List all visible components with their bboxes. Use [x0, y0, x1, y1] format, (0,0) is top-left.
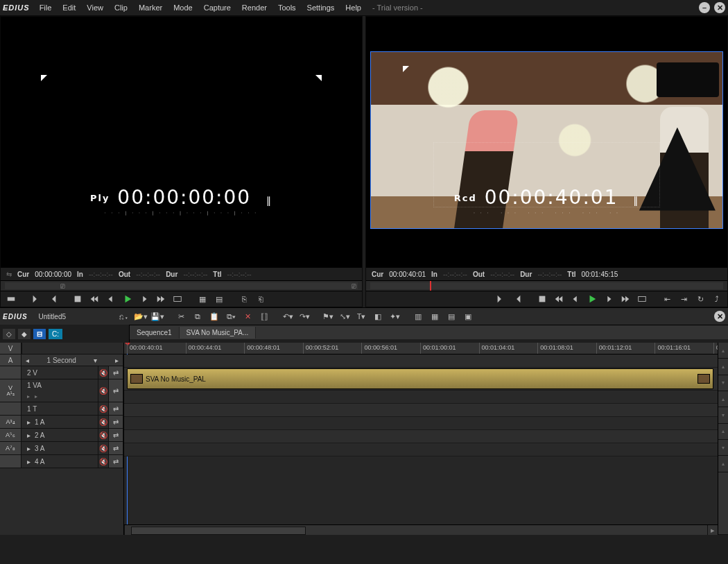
next-edit-icon[interactable]: ⇥: [677, 293, 690, 305]
scroll-left-icon[interactable]: ◂: [124, 525, 125, 535]
zoom-select[interactable]: ◂1 Second▾▸: [21, 354, 123, 366]
mode-trim-icon[interactable]: ◆: [18, 329, 31, 339]
copy-icon[interactable]: ⧉: [191, 309, 205, 323]
track-lane[interactable]: [124, 443, 718, 456]
track-swap-icon[interactable]: ⇄: [109, 442, 123, 454]
lane-expand-icon[interactable]: ▾: [718, 440, 728, 456]
titler-icon[interactable]: T▾: [354, 309, 368, 323]
view2-icon[interactable]: ▦: [428, 309, 442, 323]
track-swap-icon[interactable]: ⇄: [109, 379, 123, 402]
timeline-area[interactable]: 00:00:40:0100:00:44:0100:00:48:0100:00:5…: [124, 343, 718, 535]
mute-icon[interactable]: 🔇: [98, 416, 109, 428]
scroll-thumb[interactable]: [131, 527, 306, 535]
scroll-right-icon[interactable]: ▸: [707, 525, 718, 535]
mute-icon[interactable]: 🔇: [98, 366, 109, 379]
minimize-button[interactable]: –: [699, 2, 710, 13]
paste-icon[interactable]: 📋: [207, 309, 221, 323]
mute-icon[interactable]: 🔇: [98, 442, 109, 454]
menu-capture[interactable]: Capture: [198, 2, 236, 13]
track-header[interactable]: VA¹₂ 1 VA ▸ ▸ 🔇 ⇄: [0, 379, 123, 402]
stop-icon[interactable]: [536, 293, 548, 305]
track-swap-icon[interactable]: ⇄: [109, 416, 123, 428]
layouter-icon[interactable]: ◧: [371, 309, 385, 323]
track-swap-icon[interactable]: ⇄: [109, 455, 123, 468]
timeline-hscroll[interactable]: ◂ ▸: [124, 524, 718, 535]
open-icon[interactable]: 📂▾: [134, 309, 148, 323]
menu-mode[interactable]: Mode: [168, 2, 198, 13]
time-ruler[interactable]: 00:00:40:0100:00:44:0100:00:48:0100:00:5…: [124, 343, 718, 354]
next-frame-icon[interactable]: [138, 293, 150, 305]
redo-icon[interactable]: ↷▾: [297, 309, 311, 323]
track-header[interactable]: 2 V 🔇 ⇄: [0, 366, 123, 379]
rewind-icon[interactable]: [553, 293, 565, 305]
prev-edit-icon[interactable]: ⇤: [661, 293, 673, 305]
view1-icon[interactable]: ▥: [411, 309, 425, 323]
track-swap-icon[interactable]: ⇄: [109, 402, 123, 415]
recorder-preview[interactable]: Rcd 00:00:40:01 ∥ · · · · · · · · · · · …: [366, 17, 727, 267]
menu-tools[interactable]: Tools: [272, 2, 302, 13]
loop-icon[interactable]: [636, 293, 648, 305]
lane-expand-icon[interactable]: ▾: [718, 375, 728, 391]
player-preview[interactable]: Ply 00:00:00:00 ∥ · · · | · · · | · · · …: [1, 17, 362, 267]
menu-clip[interactable]: Clip: [109, 2, 133, 13]
track-lane[interactable]: [124, 391, 718, 404]
lane-expand-icon[interactable]: ▴: [718, 424, 728, 440]
cut-icon[interactable]: ✂: [174, 309, 188, 323]
lane-expand-icon[interactable]: ▴: [718, 359, 728, 375]
set-in-icon[interactable]: [494, 293, 507, 305]
track-lane[interactable]: [124, 404, 718, 417]
track-lane[interactable]: [124, 354, 718, 368]
track-lane[interactable]: [124, 417, 718, 430]
track-header[interactable]: ▸ 4 A 🔇 ⇄: [0, 455, 123, 468]
toggle-icon[interactable]: ⤡▾: [338, 309, 352, 323]
loop-icon[interactable]: [171, 293, 184, 305]
tab-sequence[interactable]: Sequence1: [130, 327, 180, 339]
new-sequence-icon[interactable]: ⎌▾: [117, 309, 131, 323]
track-header[interactable]: A³₄ ▸ 1 A 🔇 ⇄: [0, 416, 123, 429]
insert-mode-icon[interactable]: [5, 293, 17, 305]
export-icon[interactable]: ⤴: [711, 293, 723, 305]
recorder-scrub[interactable]: [366, 280, 727, 291]
next-frame-icon[interactable]: [603, 293, 615, 305]
track-header[interactable]: 1 T 🔇 ⇄: [0, 402, 123, 416]
menu-file[interactable]: File: [34, 2, 58, 13]
shuttle-icon[interactable]: ⇆: [6, 271, 12, 278]
menu-help[interactable]: Help: [340, 2, 367, 13]
scrub-cursor[interactable]: [430, 281, 431, 291]
overlay2-icon[interactable]: ▤: [213, 293, 225, 305]
menu-render[interactable]: Render: [236, 2, 272, 13]
track-swap-icon[interactable]: ⇄: [109, 366, 123, 379]
play-around-icon[interactable]: ↻: [694, 293, 707, 305]
panel-close-button[interactable]: ✕: [714, 311, 725, 322]
mute-icon[interactable]: 🔇: [98, 379, 109, 402]
stop-icon[interactable]: [71, 293, 84, 305]
lane-expand-icon[interactable]: ▾: [718, 407, 728, 423]
track-header[interactable]: A⁵₆ ▸ 2 A 🔇 ⇄: [0, 429, 123, 442]
menu-marker[interactable]: Marker: [133, 2, 168, 13]
menu-edit[interactable]: Edit: [57, 2, 81, 13]
menu-view[interactable]: View: [81, 2, 109, 13]
view4-icon[interactable]: ▣: [461, 309, 475, 323]
insert-timeline-icon[interactable]: ⎘: [238, 293, 250, 305]
undo-icon[interactable]: ↶▾: [281, 309, 295, 323]
menu-settings[interactable]: Settings: [302, 2, 340, 13]
fast-forward-icon[interactable]: [155, 293, 167, 305]
view3-icon[interactable]: ▤: [444, 309, 458, 323]
lane-expand-icon[interactable]: ▴: [718, 391, 728, 407]
mode-insert-icon[interactable]: ⊟: [33, 329, 46, 339]
overlay-icon[interactable]: ▦: [196, 293, 209, 305]
marker-icon[interactable]: ⚑▾: [321, 309, 335, 323]
clip[interactable]: SVA No Music_PAL: [127, 368, 713, 389]
set-out-icon[interactable]: [46, 293, 59, 305]
play-icon[interactable]: [121, 293, 134, 305]
close-button[interactable]: ✕: [714, 2, 725, 13]
zoom-patch-v[interactable]: V: [0, 343, 21, 354]
fast-forward-icon[interactable]: [619, 293, 632, 305]
mode-normal-icon[interactable]: ◇: [3, 329, 15, 339]
mute-icon[interactable]: 🔇: [98, 455, 109, 468]
track-swap-icon[interactable]: ⇄: [109, 429, 123, 441]
play-icon[interactable]: [586, 293, 598, 305]
delete-icon[interactable]: ✕: [241, 309, 254, 323]
save-icon[interactable]: 💾▾: [150, 309, 164, 323]
lane-expand-icon[interactable]: ▴: [718, 456, 728, 472]
